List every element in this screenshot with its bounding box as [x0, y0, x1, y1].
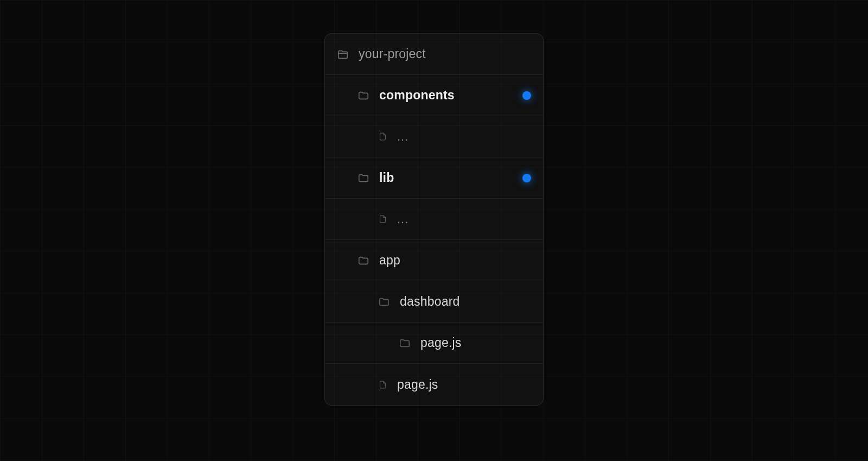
tree-row-label: lib	[379, 170, 394, 185]
folder-icon	[358, 255, 369, 267]
tree-row-lib[interactable]: lib	[325, 157, 543, 199]
tree-row-label: dashboard	[400, 294, 460, 309]
file-icon	[378, 380, 387, 389]
folder-icon	[358, 172, 369, 184]
file-icon	[378, 214, 387, 224]
tree-row-label: your-project	[359, 47, 426, 61]
tree-row-label: page.js	[420, 336, 462, 350]
tree-row-app-page[interactable]: page.js	[325, 364, 543, 405]
tree-row-components[interactable]: components	[325, 75, 543, 116]
file-icon	[378, 132, 387, 141]
tree-row-app[interactable]: app	[325, 240, 543, 281]
tree-row-dashboard[interactable]: dashboard	[325, 281, 543, 323]
folder-icon	[399, 337, 411, 349]
file-tree-panel: your-project components ...	[324, 33, 544, 406]
tree-row-dashboard-page[interactable]: page.js	[325, 323, 543, 364]
tree-row-label: app	[379, 253, 400, 268]
tree-row-label: ...	[397, 130, 409, 144]
highlight-dot-icon	[522, 174, 531, 182]
folder-open-icon	[337, 48, 349, 60]
tree-row-components-children[interactable]: ...	[325, 116, 543, 157]
folder-icon	[378, 296, 390, 308]
tree-row-label: page.js	[397, 377, 438, 392]
highlight-dot-icon	[522, 91, 531, 100]
tree-row-root[interactable]: your-project	[325, 34, 543, 75]
tree-row-label: ...	[397, 212, 409, 226]
folder-icon	[358, 90, 369, 102]
tree-row-lib-children[interactable]: ...	[325, 199, 543, 240]
tree-row-label: components	[379, 88, 455, 103]
